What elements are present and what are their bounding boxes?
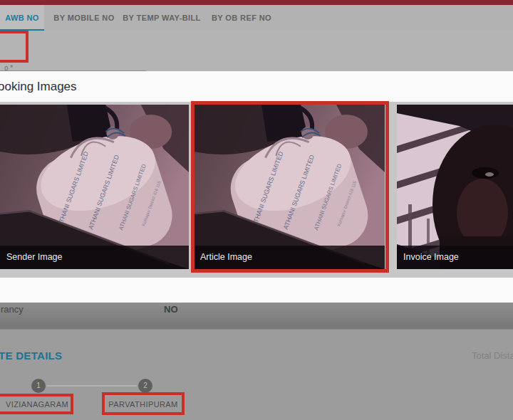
tab-awb-no[interactable]: AWB NO [0,5,44,31]
article-image-card[interactable]: ATHANI SUGARS LIMITED ATHANI SUGARS LIMI… [194,105,385,269]
route-step-2-circle: 2 [138,379,152,393]
sender-photo: ATHANI SUGARS LIMITED ATHANI SUGARS LIMI… [0,105,189,269]
sender-image-card[interactable]: ATHANI SUGARS LIMITED ATHANI SUGARS LIMI… [0,105,189,269]
article-image-label: Article Image [194,246,385,269]
search-tabs: AWB NO BY MOBILE NO BY TEMP WAY-BILL NO … [0,5,513,31]
top-maroon-bar [0,0,513,5]
detail-field-value: NO [164,304,178,315]
invoice-image-label: Invoice Image [397,246,513,269]
route-step-1-circle: 1 [31,379,46,393]
article-photo: ATHANI SUGARS LIMITED ATHANI SUGARS LIMI… [194,105,385,269]
sender-image-label: Sender Image [0,246,189,269]
search-form: o * SEARCH [0,31,513,71]
booking-images-row: ATHANI SUGARS LIMITED ATHANI SUGARS LIMI… [0,102,513,278]
page: AWB NO BY MOBILE NO BY TEMP WAY-BILL NO … [0,0,513,420]
invoice-photo [397,105,513,269]
route-details-heading: TE DETAILS [0,350,62,362]
spacer-band [0,278,513,303]
detail-field-row: rancy NO [0,303,513,329]
route-step-connector [47,385,137,387]
tab-by-temp-way-bill-no[interactable]: BY TEMP WAY-BILL NO [120,5,204,31]
tab-by-ob-ref-no[interactable]: BY OB REF NO [209,5,274,31]
invoice-image-card[interactable]: Invoice Image [397,105,513,269]
booking-images-header-band: ooking Images [0,71,513,102]
route-step-2-name: PARVATHIPURAM [103,400,183,409]
route-details-section: TE DETAILS Total Distance 1 2 VIZIANAGAR… [0,329,513,420]
tab-by-mobile-no[interactable]: BY MOBILE NO [50,5,118,31]
detail-field-label: rancy [1,304,24,315]
booking-images-heading: ooking Images [0,71,77,102]
total-distance-label: Total Distance [472,350,513,361]
route-step-1-name: VIZIANAGARAM [0,400,74,409]
